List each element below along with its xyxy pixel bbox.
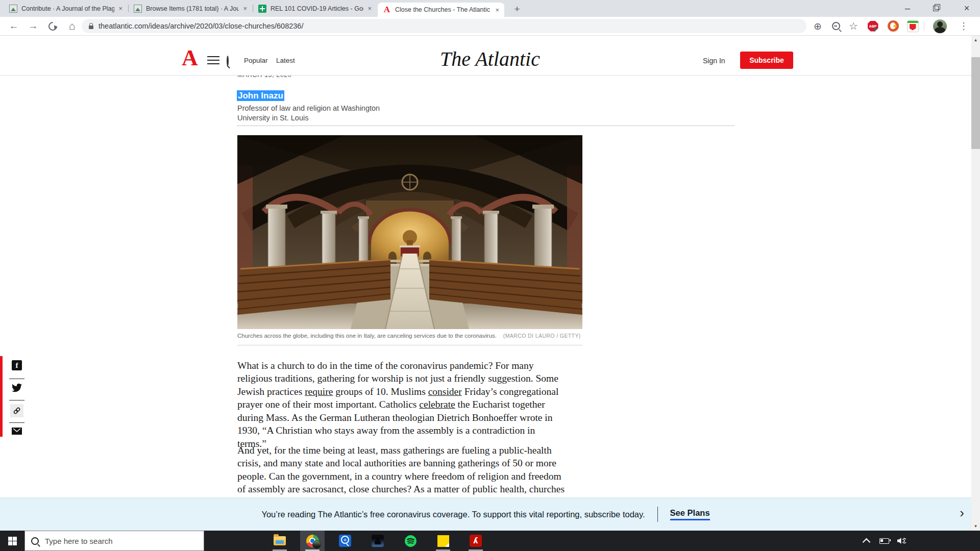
file-explorer-app[interactable] [267,531,292,551]
sign-in-link[interactable]: Sign In [703,57,725,65]
paragraph-text: groups of 10. Muslims [333,386,428,397]
subscribe-button[interactable]: Subscribe [740,52,793,69]
browser-tab-contribute[interactable]: Contribute · A Journal of the Plag × [4,0,128,17]
tab-close-icon[interactable]: × [495,7,499,13]
tab-close-icon[interactable]: × [243,5,247,12]
scroll-down-arrow[interactable]: ▼ [971,522,980,531]
scroll-up-arrow[interactable]: ▲ [971,36,980,44]
share-rail-accent [0,356,3,437]
page-zoom-button[interactable] [828,17,844,35]
article-paragraph-1: What is a church to do in the time of th… [237,359,565,450]
site-search-button[interactable] [227,57,229,66]
magnifier-app[interactable] [333,531,357,551]
see-plans-link[interactable]: See Plans [670,508,710,520]
banner-divider [657,507,658,522]
email-icon [12,428,22,435]
omeka-site-favicon [9,5,17,13]
atlantic-logo[interactable]: A [182,47,198,69]
chrome-menu-button[interactable]: ⋮ [955,17,972,35]
adblock-icon: ABP 1 [868,21,878,32]
church-interior-image [237,135,582,329]
tab-title: REL 101 COVID-19 Articles - Goo [271,5,363,12]
celebrate-link[interactable]: celebrate [419,399,455,410]
webadvisor-extension-button[interactable] [904,17,921,35]
minimize-icon: – [905,3,910,14]
consider-link[interactable]: consider [428,386,462,397]
tab-close-icon[interactable]: × [118,5,122,12]
author-title: Professor of law and religion at Washing… [237,104,386,123]
volume-status[interactable] [893,531,910,551]
bookmark-star-icon: ☆ [849,20,858,32]
reload-button[interactable] [45,17,60,35]
dotted-divider [237,126,734,126]
share-divider [9,422,24,423]
file-explorer-icon [274,536,286,545]
kebab-menu-icon: ⋮ [959,20,968,32]
browser-tab-atlantic-active[interactable]: A Close the Churches - The Atlantic × [378,3,504,17]
share-divider [9,379,24,379]
profile-photo-overlay [312,540,321,549]
start-button[interactable] [0,531,24,551]
new-tab-button[interactable]: + [510,3,524,16]
back-icon: ← [9,20,19,32]
search-icon [31,537,39,545]
banner-chevron-icon[interactable]: › [960,505,964,521]
taskbar-search-input[interactable] [44,536,198,546]
close-window-button[interactable]: × [953,0,980,16]
zoom-in-button[interactable]: ⊕ [810,17,826,35]
image-caption: Churches across the globe, including thi… [237,333,497,339]
toolbar-divider [924,21,924,31]
chrome-app[interactable] [300,531,325,551]
blue-magnifier-icon [339,535,351,547]
author-name-selected[interactable]: John Inazu [237,91,284,101]
profile-button[interactable] [930,17,949,35]
restore-icon [933,6,939,11]
forward-button[interactable]: → [26,17,41,35]
https-lock-icon [89,26,93,29]
article-date: MARCH 15, 2020 [237,76,360,79]
nav-latest[interactable]: Latest [276,57,295,64]
facebook-icon: f [12,360,22,370]
profile-avatar [933,19,947,33]
twitter-icon [12,383,22,393]
windows-logo-icon [8,537,17,545]
copy-link-button[interactable] [8,404,26,417]
tab-close-icon[interactable]: × [368,5,372,12]
require-link[interactable]: require [305,386,333,397]
duckduckgo-extension-button[interactable] [885,17,901,35]
spotify-icon [404,535,417,547]
battery-status[interactable] [876,531,892,551]
url-text: theatlantic.com/ideas/archive/2020/03/cl… [99,22,303,30]
back-button[interactable]: ← [6,17,21,35]
taskbar-search[interactable] [24,531,204,551]
tray-expand-button[interactable] [859,531,874,551]
author-name: John Inazu [237,90,284,101]
address-bar[interactable]: theatlantic.com/ideas/archive/2020/03/cl… [82,19,806,33]
browser-tab-browse-items[interactable]: Browse Items (1781 total) · A Jour × [129,0,252,17]
home-icon: ⌂ [69,20,76,32]
sticky-notes-app[interactable] [431,531,455,551]
atlantic-wordmark[interactable]: The Atlantic [440,47,540,71]
tab-title: Browse Items (1781 total) · A Jour [146,5,239,12]
scrollbar-thumb[interactable] [971,57,980,149]
spotify-app[interactable] [398,531,423,551]
restore-button[interactable] [924,0,947,16]
minimize-button[interactable]: – [896,0,919,16]
hamburger-menu-icon[interactable] [207,56,219,64]
tab-title: Contribute · A Journal of the Plag [21,5,114,12]
image-credit: (MARCO DI LAURO / GETTY) [503,333,581,339]
kindle-app[interactable] [365,531,390,551]
kindle-icon [372,535,384,547]
desktop-screen: Contribute · A Journal of the Plag × Bro… [0,0,980,551]
acrobat-app[interactable]: λ [463,531,488,551]
adblock-extension-button[interactable]: ABP 1 [865,17,881,35]
share-email-button[interactable] [8,428,26,435]
browser-tab-sheets[interactable]: REL 101 COVID-19 Articles - Goo × [253,0,377,17]
bookmark-button[interactable]: ☆ [845,17,862,35]
share-twitter-button[interactable] [8,383,26,393]
home-button[interactable]: ⌂ [64,17,80,35]
nav-popular[interactable]: Popular [244,57,268,64]
share-facebook-button[interactable]: f [8,360,26,370]
share-divider [9,400,24,400]
windows-taskbar: λ [0,531,980,551]
